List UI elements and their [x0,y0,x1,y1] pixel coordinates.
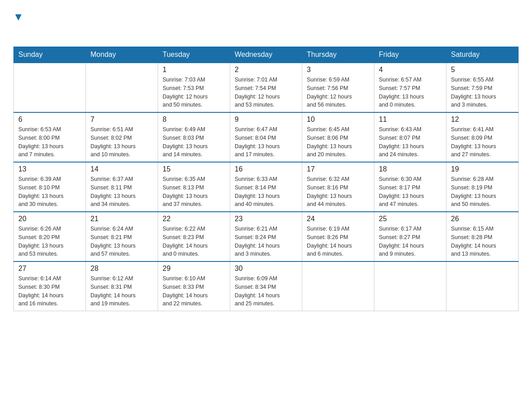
day-number: 15 [163,165,225,173]
day-info: Sunrise: 6:43 AMSunset: 8:07 PMDaylight:… [379,125,442,159]
svg-marker-0 [15,14,21,21]
calendar-cell: 28Sunrise: 6:12 AMSunset: 8:31 PMDayligh… [86,261,158,311]
day-info: Sunrise: 6:51 AMSunset: 8:02 PMDaylight:… [90,125,153,159]
calendar-cell [302,261,374,311]
calendar-cell [86,63,158,112]
day-info: Sunrise: 6:39 AMSunset: 8:10 PMDaylight:… [18,175,81,209]
calendar-col-friday: Friday [374,47,446,63]
calendar-cell: 1Sunrise: 7:03 AMSunset: 7:53 PMDaylight… [158,63,230,112]
calendar-table: SundayMondayTuesdayWednesdayThursdayFrid… [13,47,519,311]
day-number: 30 [235,265,297,273]
day-number: 28 [90,265,153,273]
calendar-week-4: 20Sunrise: 6:26 AMSunset: 8:20 PMDayligh… [14,212,519,261]
day-info: Sunrise: 6:35 AMSunset: 8:13 PMDaylight:… [163,175,225,209]
day-number: 22 [163,215,225,223]
calendar-col-tuesday: Tuesday [158,47,230,63]
day-info: Sunrise: 6:17 AMSunset: 8:27 PMDaylight:… [379,225,442,258]
day-info: Sunrise: 6:49 AMSunset: 8:03 PMDaylight:… [163,125,225,159]
day-info: Sunrise: 6:26 AMSunset: 8:20 PMDaylight:… [18,225,81,258]
day-number: 16 [235,165,297,173]
page-header [13,13,519,38]
day-number: 27 [18,265,81,273]
day-number: 10 [307,116,369,124]
day-number: 8 [163,116,225,124]
day-number: 21 [90,215,153,223]
calendar-cell [374,261,446,311]
calendar-col-saturday: Saturday [446,47,519,63]
calendar-cell: 9Sunrise: 6:47 AMSunset: 8:04 PMDaylight… [230,112,302,162]
calendar-cell: 15Sunrise: 6:35 AMSunset: 8:13 PMDayligh… [158,162,230,212]
calendar-body: 1Sunrise: 7:03 AMSunset: 7:53 PMDaylight… [14,63,519,311]
calendar-cell: 30Sunrise: 6:09 AMSunset: 8:34 PMDayligh… [230,261,302,311]
day-info: Sunrise: 6:24 AMSunset: 8:21 PMDaylight:… [90,225,153,258]
day-number: 6 [18,116,81,124]
calendar-week-2: 6Sunrise: 6:53 AMSunset: 8:00 PMDaylight… [14,112,519,162]
calendar-cell: 12Sunrise: 6:41 AMSunset: 8:09 PMDayligh… [446,112,519,162]
calendar-cell: 11Sunrise: 6:43 AMSunset: 8:07 PMDayligh… [374,112,446,162]
calendar-cell: 8Sunrise: 6:49 AMSunset: 8:03 PMDaylight… [158,112,230,162]
day-info: Sunrise: 6:22 AMSunset: 8:23 PMDaylight:… [163,225,225,258]
day-number: 26 [451,215,514,223]
calendar-cell: 29Sunrise: 6:10 AMSunset: 8:33 PMDayligh… [158,261,230,311]
day-info: Sunrise: 6:53 AMSunset: 8:00 PMDaylight:… [18,125,81,159]
day-info: Sunrise: 6:12 AMSunset: 8:31 PMDaylight:… [90,274,153,308]
day-info: Sunrise: 7:01 AMSunset: 7:54 PMDaylight:… [235,76,297,109]
calendar-cell: 13Sunrise: 6:39 AMSunset: 8:10 PMDayligh… [14,162,86,212]
day-info: Sunrise: 7:03 AMSunset: 7:53 PMDaylight:… [163,76,225,109]
day-number: 3 [307,66,369,74]
day-info: Sunrise: 6:32 AMSunset: 8:16 PMDaylight:… [307,175,369,209]
day-info: Sunrise: 6:55 AMSunset: 7:59 PMDaylight:… [451,76,514,109]
calendar-col-monday: Monday [86,47,158,63]
calendar-cell: 3Sunrise: 6:59 AMSunset: 7:56 PMDaylight… [302,63,374,112]
calendar-cell: 2Sunrise: 7:01 AMSunset: 7:54 PMDaylight… [230,63,302,112]
day-info: Sunrise: 6:19 AMSunset: 8:26 PMDaylight:… [307,225,369,258]
calendar-header: SundayMondayTuesdayWednesdayThursdayFrid… [14,47,519,63]
day-info: Sunrise: 6:37 AMSunset: 8:11 PMDaylight:… [90,175,153,209]
calendar-cell: 17Sunrise: 6:32 AMSunset: 8:16 PMDayligh… [302,162,374,212]
calendar-cell: 24Sunrise: 6:19 AMSunset: 8:26 PMDayligh… [302,212,374,261]
calendar-cell [446,261,519,311]
calendar-cell: 27Sunrise: 6:14 AMSunset: 8:30 PMDayligh… [14,261,86,311]
day-number: 2 [235,66,297,74]
calendar-cell: 19Sunrise: 6:28 AMSunset: 8:19 PMDayligh… [446,162,519,212]
calendar-header-row: SundayMondayTuesdayWednesdayThursdayFrid… [14,47,519,63]
day-number: 5 [451,66,514,74]
calendar-week-1: 1Sunrise: 7:03 AMSunset: 7:53 PMDaylight… [14,63,519,112]
calendar-cell: 4Sunrise: 6:57 AMSunset: 7:57 PMDaylight… [374,63,446,112]
day-number: 9 [235,116,297,124]
logo [13,13,23,38]
day-number: 29 [163,265,225,273]
day-info: Sunrise: 6:30 AMSunset: 8:17 PMDaylight:… [379,175,442,209]
day-info: Sunrise: 6:10 AMSunset: 8:33 PMDaylight:… [163,274,225,308]
day-info: Sunrise: 6:33 AMSunset: 8:14 PMDaylight:… [235,175,297,209]
calendar-week-3: 13Sunrise: 6:39 AMSunset: 8:10 PMDayligh… [14,162,519,212]
day-info: Sunrise: 6:15 AMSunset: 8:28 PMDaylight:… [451,225,514,258]
day-info: Sunrise: 6:45 AMSunset: 8:06 PMDaylight:… [307,125,369,159]
day-number: 18 [379,165,442,173]
calendar-cell: 21Sunrise: 6:24 AMSunset: 8:21 PMDayligh… [86,212,158,261]
day-number: 24 [307,215,369,223]
day-info: Sunrise: 6:14 AMSunset: 8:30 PMDaylight:… [18,274,81,308]
day-number: 12 [451,116,514,124]
day-number: 4 [379,66,442,74]
day-number: 1 [163,66,225,74]
calendar-cell: 22Sunrise: 6:22 AMSunset: 8:23 PMDayligh… [158,212,230,261]
calendar-cell: 16Sunrise: 6:33 AMSunset: 8:14 PMDayligh… [230,162,302,212]
day-info: Sunrise: 6:59 AMSunset: 7:56 PMDaylight:… [307,76,369,109]
day-number: 14 [90,165,153,173]
day-number: 19 [451,165,514,173]
day-info: Sunrise: 6:28 AMSunset: 8:19 PMDaylight:… [451,175,514,209]
day-info: Sunrise: 6:57 AMSunset: 7:57 PMDaylight:… [379,76,442,109]
day-number: 13 [18,165,81,173]
logo-arrow-icon [13,13,23,22]
day-number: 11 [379,116,442,124]
calendar-cell: 10Sunrise: 6:45 AMSunset: 8:06 PMDayligh… [302,112,374,162]
day-number: 23 [235,215,297,223]
calendar-cell: 25Sunrise: 6:17 AMSunset: 8:27 PMDayligh… [374,212,446,261]
day-number: 17 [307,165,369,173]
calendar-cell: 7Sunrise: 6:51 AMSunset: 8:02 PMDaylight… [86,112,158,162]
day-info: Sunrise: 6:47 AMSunset: 8:04 PMDaylight:… [235,125,297,159]
calendar-col-sunday: Sunday [14,47,86,63]
day-info: Sunrise: 6:21 AMSunset: 8:24 PMDaylight:… [235,225,297,258]
day-number: 20 [18,215,81,223]
